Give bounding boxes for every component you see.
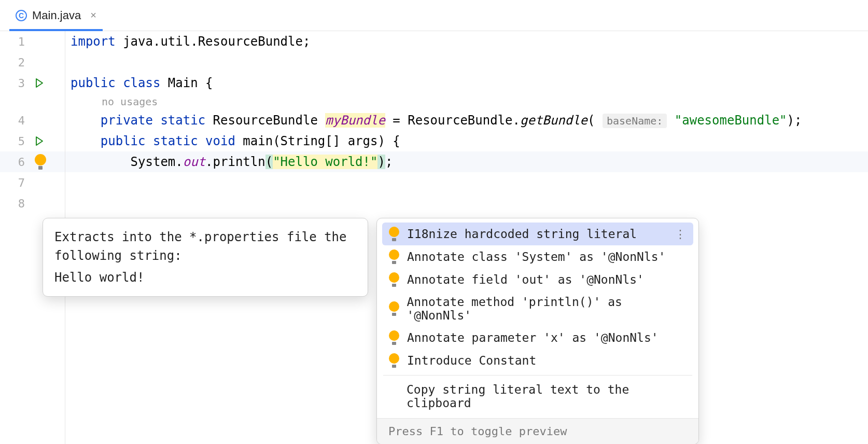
intention-label: Annotate field 'out' as '@NonNls' <box>407 273 644 286</box>
field-out: out <box>183 155 205 169</box>
paren: ( <box>587 113 595 128</box>
tooltip-line1: Extracts into the *.properties file the … <box>54 228 356 265</box>
code-line[interactable]: 8 <box>0 193 868 214</box>
editor-tab-main-java[interactable]: C Main.java × <box>9 0 103 31</box>
paren-open: ( <box>265 155 273 169</box>
intention-label: Annotate method 'println()' as '@NonNls' <box>407 295 687 322</box>
more-options-icon[interactable]: ⋮ <box>675 228 687 241</box>
paren-close: ) <box>377 155 385 169</box>
intention-footer-hint: Press F1 to toggle preview <box>377 418 698 444</box>
tab-filename: Main.java <box>32 9 81 22</box>
class-name: Main <box>168 76 198 90</box>
code-line[interactable]: 5 public static void main(String[] args)… <box>0 131 868 151</box>
qualifier: System. <box>131 155 183 169</box>
equals: = <box>385 113 408 128</box>
code-content[interactable]: import java.util.ResourceBundle; <box>65 34 310 49</box>
method-name: main <box>243 134 273 148</box>
intention-item-i18nize[interactable]: I18nize hardcoded string literal ⋮ <box>382 223 693 245</box>
code-line[interactable]: 7 <box>0 172 868 193</box>
lightbulb-icon <box>388 353 400 368</box>
close-tab-icon[interactable]: × <box>90 9 96 21</box>
code-content[interactable]: public static void main(String[] args) { <box>65 134 400 148</box>
string-literal: "awesomeBundle" <box>675 113 787 128</box>
separator <box>383 375 692 376</box>
import-path: java.util.ResourceBundle; <box>116 34 311 49</box>
paren-semi: ); <box>787 113 802 128</box>
code-editor[interactable]: 1 import java.util.ResourceBundle; 2 3 p… <box>0 31 868 214</box>
type-name: ResourceBundle <box>408 113 512 128</box>
class-file-icon: C <box>16 10 27 21</box>
intention-label: Annotate class 'System' as '@NonNls' <box>407 250 666 263</box>
code-content[interactable]: public class Main { <box>65 76 213 90</box>
method-call: getBundle <box>520 113 587 128</box>
intention-item-annotate-x[interactable]: Annotate parameter 'x' as '@NonNls' <box>382 326 693 349</box>
intention-item-introduce-constant[interactable]: Introduce Constant <box>382 349 693 372</box>
intention-description-tooltip: Extracts into the *.properties file the … <box>43 218 368 297</box>
params: (String[] args) { <box>273 134 400 148</box>
editor-tab-bar: C Main.java × <box>0 0 868 31</box>
intention-actions-popup: I18nize hardcoded string literal ⋮ Annot… <box>376 218 699 444</box>
semicolon: ; <box>385 155 393 169</box>
brace: { <box>198 76 213 90</box>
code-line[interactable]: 1 import java.util.ResourceBundle; <box>0 31 868 52</box>
intention-label: Copy string literal text to the clipboar… <box>407 383 687 410</box>
usages-inlay-hint[interactable]: no usages <box>0 93 868 110</box>
lightbulb-icon <box>388 330 400 345</box>
code-line[interactable]: 2 <box>0 52 868 73</box>
keyword-public: public <box>101 134 146 148</box>
type-name: ResourceBundle <box>213 113 318 128</box>
field-name: myBundle <box>325 113 385 128</box>
lightbulb-icon <box>388 249 400 264</box>
keyword-import: import <box>71 34 116 49</box>
keyword-private: private <box>101 113 153 128</box>
lightbulb-icon <box>388 301 399 316</box>
tooltip-line2: Hello world! <box>54 268 356 287</box>
intention-item-annotate-out[interactable]: Annotate field 'out' as '@NonNls' <box>382 268 693 291</box>
code-line[interactable]: 3 public class Main { <box>0 73 868 93</box>
intention-item-annotate-system[interactable]: Annotate class 'System' as '@NonNls' <box>382 245 693 268</box>
string-literal: "Hello world!" <box>273 155 377 169</box>
keyword-public: public <box>71 76 116 90</box>
intention-item-copy-literal[interactable]: Copy string literal text to the clipboar… <box>382 379 693 414</box>
code-content[interactable]: System.out.println("Hello world!"); <box>65 155 393 169</box>
intention-label: I18nize hardcoded string literal <box>407 227 637 241</box>
keyword-void: void <box>205 134 235 148</box>
code-line[interactable]: 4 private static ResourceBundle myBundle… <box>0 110 868 131</box>
lightbulb-icon <box>388 272 400 287</box>
lightbulb-icon <box>388 227 400 241</box>
lightbulb-icon <box>34 154 47 170</box>
intention-item-annotate-println[interactable]: Annotate method 'println()' as '@NonNls' <box>382 291 693 326</box>
intention-label: Annotate parameter 'x' as '@NonNls' <box>407 331 659 344</box>
intention-list: I18nize hardcoded string literal ⋮ Annot… <box>377 218 698 418</box>
intention-label: Introduce Constant <box>407 354 536 367</box>
method-println: .println <box>205 155 265 169</box>
parameter-hint: baseName: <box>603 114 667 128</box>
keyword-class: class <box>123 76 160 90</box>
keyword-static: static <box>160 113 205 128</box>
keyword-static: static <box>153 134 198 148</box>
code-line-current[interactable]: 6 System.out.println("Hello world!"); <box>0 151 868 172</box>
code-content[interactable]: private static ResourceBundle myBundle =… <box>65 113 802 128</box>
